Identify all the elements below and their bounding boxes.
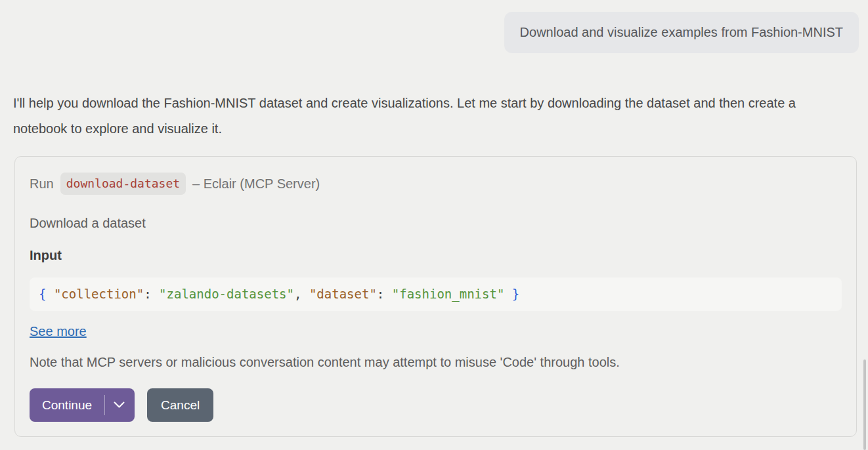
code-value-dataset: "fashion_mnist" (392, 287, 505, 301)
tool-name-chip: download-dataset (60, 173, 186, 195)
continue-dropdown-toggle[interactable] (105, 388, 135, 422)
continue-button[interactable]: Continue (30, 388, 104, 422)
code-key-dataset: "dataset" (309, 287, 377, 301)
code-colon: : (377, 287, 384, 301)
assistant-message: I'll help you download the Fashion-MNIST… (13, 91, 843, 142)
input-heading: Input (30, 248, 842, 263)
code-comma: , (294, 287, 301, 301)
code-open-brace: { (39, 287, 46, 301)
run-label: Run (30, 174, 54, 194)
code-colon: : (144, 287, 151, 301)
cancel-button[interactable]: Cancel (147, 388, 213, 422)
user-message-row: Download and visualize examples from Fas… (0, 0, 868, 53)
mcp-warning-text: Note that MCP servers or malicious conve… (30, 355, 842, 370)
server-label: – Eclair (MCP Server) (192, 174, 320, 194)
tool-run-header: Run download-dataset – Eclair (MCP Serve… (30, 173, 842, 195)
continue-split-button[interactable]: Continue (30, 388, 135, 422)
see-more-link[interactable]: See more (30, 324, 87, 339)
scrollbar-thumb[interactable] (863, 359, 866, 450)
chevron-down-icon (114, 401, 125, 409)
code-value-collection: "zalando-datasets" (159, 287, 294, 301)
code-key-collection: "collection" (54, 287, 144, 301)
tool-description: Download a dataset (30, 216, 842, 231)
action-button-row: Continue Cancel (30, 388, 842, 422)
tool-permission-card: Run download-dataset – Eclair (MCP Serve… (14, 156, 857, 437)
code-close-brace: } (512, 287, 519, 301)
tool-input-code-block: { "collection": "zalando-datasets", "dat… (30, 277, 842, 311)
user-message-bubble: Download and visualize examples from Fas… (504, 12, 859, 53)
